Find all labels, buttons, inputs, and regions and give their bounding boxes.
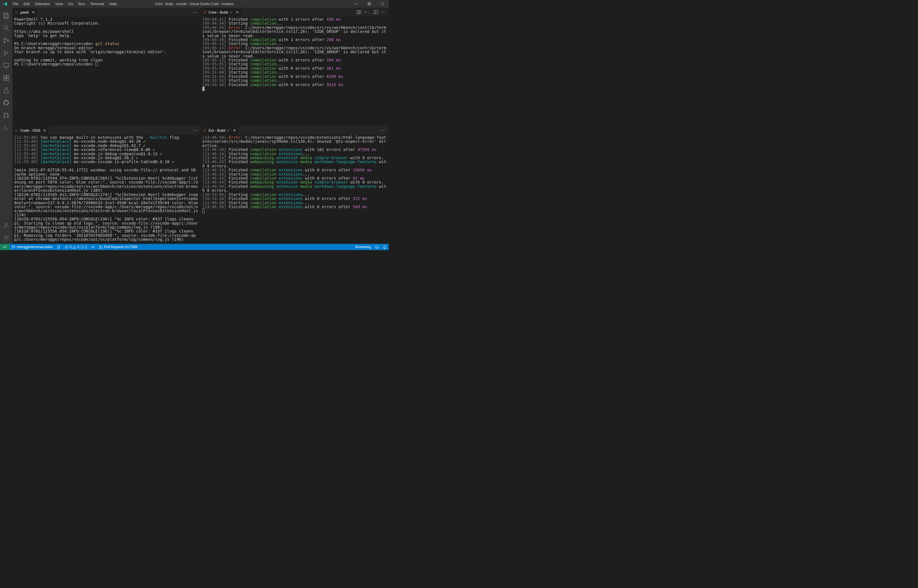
maximize-icon[interactable] (363, 0, 376, 8)
tabs-bar: Ext - Build ✓ ✕ ⋯ (200, 126, 388, 135)
editor-grid: pwsh ✕ ⋯ PowerShell 7.1.3 Copyright (c) … (13, 8, 389, 244)
tab-label: Ext - Build (208, 128, 225, 132)
check-icon: ✓ (227, 128, 230, 132)
tabs-bar: Core - Build ✓ ✕ + ⌄ ⋯ (200, 8, 388, 17)
explorer-icon[interactable] (0, 9, 13, 22)
close-icon[interactable]: ✕ (236, 10, 239, 15)
cursor (95, 62, 98, 66)
terminal-pane-ext-build: Ext - Build ✓ ✕ ⋯ [13:46:10] Error: C:/U… (200, 126, 389, 244)
statusbar: merogge/terminal-editor 0 0 2 Pull Reque… (0, 244, 389, 250)
tab-core-build[interactable]: Core - Build ✓ ✕ (200, 8, 241, 17)
search-icon[interactable] (0, 22, 13, 34)
tools-icon (203, 128, 207, 132)
terminal-pane-pwsh: pwsh ✕ ⋯ PowerShell 7.1.3 Copyright (c) … (13, 8, 200, 126)
terminal-content[interactable]: [13:46:10] Error: C:/Users/merogge/repos… (200, 135, 388, 244)
svg-point-18 (5, 237, 7, 239)
menu-selection[interactable]: Selection (32, 0, 52, 8)
tabs-bar: Code - OSS ✕ ⋯ (13, 126, 200, 135)
more-icon[interactable]: ⋯ (193, 10, 197, 15)
status-bell-icon[interactable] (381, 245, 389, 249)
svg-point-23 (12, 246, 13, 247)
close-icon[interactable] (376, 0, 389, 8)
activitybar (0, 8, 13, 244)
svg-rect-9 (4, 63, 9, 67)
svg-point-28 (93, 246, 94, 247)
svg-point-16 (7, 116, 9, 118)
close-icon[interactable]: ✕ (32, 10, 35, 15)
menu-file[interactable]: File (10, 0, 21, 8)
svg-point-5 (4, 26, 7, 29)
svg-rect-2 (368, 2, 371, 5)
close-icon[interactable]: ✕ (43, 128, 46, 132)
menu-go[interactable]: Go (66, 0, 76, 8)
cursor (202, 209, 205, 213)
github-icon[interactable] (0, 97, 13, 109)
svg-rect-19 (357, 10, 359, 14)
svg-point-6 (4, 38, 5, 40)
new-terminal-icon[interactable]: + ⌄ (365, 10, 370, 15)
menu-view[interactable]: View (53, 0, 66, 8)
status-feedback-icon[interactable] (373, 245, 381, 249)
svg-point-14 (4, 113, 5, 115)
testing-icon[interactable] (0, 84, 13, 97)
terminal-activity-icon[interactable] (0, 121, 13, 134)
terminal-icon (15, 10, 19, 14)
svg-rect-13 (6, 75, 9, 78)
menu-run[interactable]: Run (76, 0, 87, 8)
status-branch[interactable]: merogge/terminal-editor (10, 244, 55, 250)
menu-terminal[interactable]: Terminal (87, 0, 107, 8)
svg-point-7 (4, 42, 5, 43)
more-icon[interactable]: ⋯ (381, 10, 385, 15)
svg-point-15 (4, 116, 5, 118)
terminal-content[interactable]: PowerShell 7.1.3 Copyright (c) Microsoft… (13, 17, 200, 126)
terminal-pane-code-oss: Code - OSS ✕ ⋯ [11:55:40] You can manage… (13, 126, 200, 244)
pull-request-icon[interactable] (0, 109, 13, 121)
source-control-icon[interactable] (0, 34, 13, 47)
svg-rect-11 (4, 78, 6, 81)
svg-rect-10 (4, 75, 6, 78)
tab-ext-build[interactable]: Ext - Build ✓ ✕ (200, 126, 239, 135)
tab-pwsh[interactable]: pwsh ✕ (13, 8, 37, 17)
vscode-logo-icon (0, 2, 10, 6)
svg-rect-20 (359, 10, 361, 14)
status-broadcast[interactable] (89, 244, 97, 250)
split-icon[interactable] (373, 10, 378, 15)
check-icon: ✓ (230, 10, 233, 15)
remote-explorer-icon[interactable] (0, 59, 13, 72)
menu-edit[interactable]: Edit (21, 0, 32, 8)
tab-code-oss[interactable]: Code - OSS ✕ (13, 126, 49, 135)
svg-point-30 (99, 247, 100, 249)
status-sync[interactable] (55, 244, 63, 250)
close-icon[interactable]: ✕ (233, 128, 236, 132)
svg-rect-12 (6, 78, 9, 81)
svg-rect-1 (368, 3, 370, 5)
window-title: Core - Build - vscode - Visual Studio Co… (155, 2, 233, 6)
tab-label: Core - Build (208, 10, 228, 15)
tab-label: Code - OSS (20, 128, 40, 132)
terminal-content[interactable]: [09:04:31] Finished compilation with 1 e… (200, 17, 388, 126)
more-icon[interactable]: ⋯ (193, 128, 197, 132)
minimize-icon[interactable] (350, 0, 363, 8)
remote-indicator[interactable] (0, 244, 10, 250)
tabs-bar: pwsh ✕ ⋯ (13, 8, 200, 17)
svg-point-31 (102, 247, 103, 249)
status-pull-request[interactable]: Pull Request #127889 (97, 244, 139, 250)
diff-icon[interactable] (357, 10, 361, 15)
accounts-icon[interactable] (0, 219, 13, 231)
terminal-content[interactable]: [11:55:40] You can manage built-in exten… (13, 135, 200, 244)
svg-point-25 (14, 246, 15, 247)
menu-help[interactable]: Help (107, 0, 119, 8)
svg-point-24 (12, 247, 13, 249)
status-reviewing[interactable]: Reviewing (353, 245, 373, 249)
run-debug-icon[interactable] (0, 47, 13, 59)
more-icon[interactable]: ⋯ (381, 128, 385, 132)
menubar: File Edit Selection View Go Run Terminal… (0, 0, 389, 8)
svg-point-32 (375, 246, 378, 249)
terminal-pane-core-build: Core - Build ✓ ✕ + ⌄ ⋯ [09:04:31] Finish… (200, 8, 389, 126)
svg-point-29 (99, 246, 100, 247)
extensions-icon[interactable] (0, 72, 13, 84)
status-problems[interactable]: 0 0 2 (63, 244, 89, 250)
settings-gear-icon[interactable] (0, 231, 13, 244)
terminal-icon (15, 128, 19, 132)
tab-label: pwsh (20, 10, 29, 15)
